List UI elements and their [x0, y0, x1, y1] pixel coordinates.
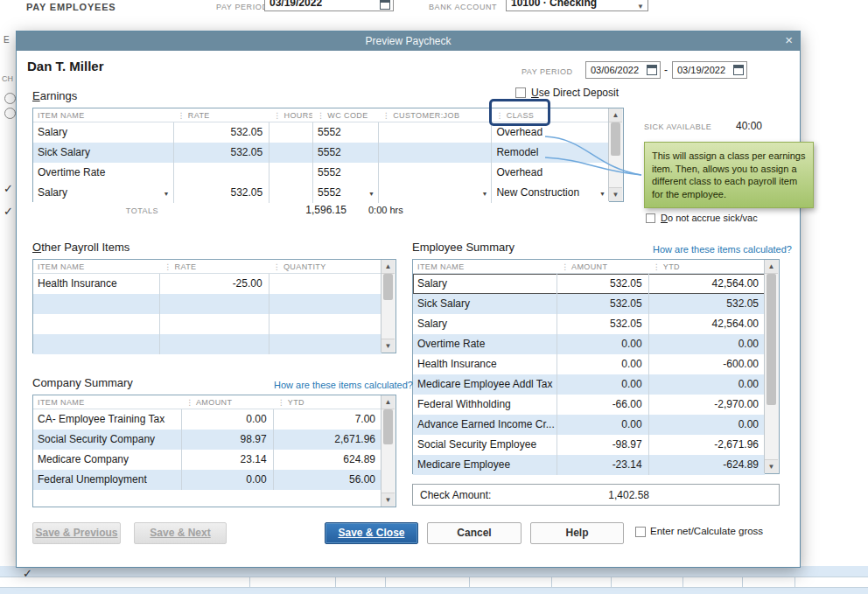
bg-bank-account-select[interactable]: 10100 · Checking ▼ [506, 0, 648, 11]
company-summary-row[interactable]: CA- Employee Training Tax 0.00 7.00 [33, 409, 382, 430]
item-cell[interactable]: Sick Salary [413, 294, 556, 314]
employee-summary-row[interactable]: Health Insurance 0.00 -600.00 [413, 354, 765, 374]
earnings-row[interactable]: Overtime Rate 5552 Overhead [33, 163, 609, 183]
bg-pay-period-ends-field[interactable]: 03/19/2022 [264, 0, 394, 11]
item-cell[interactable]: Salary [413, 274, 556, 294]
pay-period-start-field[interactable]: 03/06/2022 [585, 61, 661, 79]
item-cell[interactable]: CA- Employee Training Tax [33, 409, 181, 430]
rate-cell[interactable] [159, 334, 268, 354]
company-summary-row[interactable]: Social Security Company 98.97 2,671.96 [33, 430, 382, 450]
chevron-down-icon[interactable]: ▼ [368, 184, 374, 203]
employee-summary-calc-link[interactable]: How are these items calculated? [653, 244, 792, 255]
rate-cell[interactable]: 532.05 [173, 183, 270, 203]
pay-period-end-field[interactable]: 03/19/2022 [672, 61, 747, 79]
amount-cell[interactable]: 0.00 [181, 470, 273, 490]
job-cell[interactable]: ▼ [378, 183, 492, 203]
company-summary-row[interactable]: Federal Unemployment 0.00 56.00 [33, 470, 382, 490]
amount-cell[interactable]: -66.00 [556, 395, 648, 415]
hours-cell[interactable] [269, 143, 312, 163]
item-cell[interactable]: Health Insurance [33, 274, 159, 294]
item-cell[interactable]: Social Security Company [33, 430, 181, 450]
scroll-down-icon[interactable]: ▼ [382, 493, 395, 507]
item-cell[interactable]: Salary [33, 122, 173, 143]
item-cell[interactable] [33, 294, 159, 314]
other-payroll-scrollbar[interactable]: ▲ ▼ [381, 260, 396, 353]
other-payroll-row[interactable] [33, 294, 382, 314]
scroll-down-icon[interactable]: ▼ [382, 339, 395, 353]
scroll-up-icon[interactable]: ▲ [765, 260, 778, 274]
wc-cell[interactable]: 5552 [312, 143, 378, 163]
hours-cell[interactable] [269, 122, 312, 143]
employee-summary-row[interactable]: Salary 532.05 42,564.00 [413, 314, 765, 334]
employee-summary-row[interactable]: Overtime Rate 0.00 0.00 [413, 334, 765, 354]
item-cell[interactable]: Medicare Employee Addl Tax [413, 374, 556, 395]
other-payroll-row[interactable] [33, 314, 382, 334]
item-cell[interactable]: Sick Salary [33, 143, 173, 163]
save-close-button[interactable]: Save & Close [325, 522, 418, 544]
item-cell[interactable]: Health Insurance [413, 354, 556, 374]
item-cell[interactable]: Social Security Employee [413, 435, 556, 455]
item-cell[interactable] [33, 334, 159, 354]
bg-radio-button[interactable] [4, 93, 16, 104]
company-summary-scrollbar[interactable]: ▲ ▼ [381, 395, 396, 507]
job-cell[interactable] [378, 143, 492, 163]
wc-cell[interactable]: 5552 [312, 163, 378, 183]
quantity-cell[interactable] [269, 294, 382, 314]
amount-cell[interactable]: -23.14 [556, 455, 648, 475]
job-cell[interactable] [378, 163, 492, 183]
amount-cell[interactable]: 532.05 [556, 294, 648, 314]
quantity-cell[interactable] [269, 334, 382, 354]
job-cell[interactable] [378, 122, 492, 143]
enter-net-checkbox[interactable] [635, 527, 646, 537]
ytd-cell[interactable]: 532.05 [648, 294, 765, 314]
item-cell[interactable]: Federal Withholding [413, 395, 556, 415]
employee-summary-row[interactable]: Advance Earned Income Cr... 0.00 0.00 [413, 415, 765, 435]
save-next-button[interactable]: Save & Next [134, 522, 227, 544]
amount-cell[interactable]: 0.00 [556, 374, 648, 395]
help-button[interactable]: Help [530, 522, 624, 544]
rate-cell[interactable]: 532.05 [173, 122, 270, 143]
item-cell[interactable]: Salary [413, 314, 556, 334]
do-not-accrue-checkbox[interactable] [646, 213, 655, 223]
ytd-cell[interactable]: 2,671.96 [273, 430, 382, 450]
wc-cell[interactable]: 5552 ▼ [312, 183, 378, 203]
ytd-cell[interactable]: 56.00 [273, 470, 382, 490]
calendar-icon[interactable] [380, 0, 390, 10]
rate-cell[interactable] [159, 314, 268, 334]
hours-cell[interactable] [269, 163, 312, 183]
ytd-cell[interactable]: -624.89 [648, 455, 765, 475]
amount-cell[interactable]: 98.97 [181, 430, 273, 450]
hours-cell[interactable] [269, 183, 312, 203]
rate-cell[interactable]: 532.05 [173, 143, 270, 163]
scrollbar-thumb[interactable] [766, 274, 776, 405]
rate-cell[interactable]: -25.00 [159, 274, 268, 294]
earnings-row-selected[interactable]: Salary ▼ 532.05 5552 ▼ ▼ New Constructio… [33, 183, 609, 203]
amount-cell[interactable]: 532.05 [556, 274, 648, 294]
scrollbar-thumb[interactable] [383, 409, 393, 444]
dialog-titlebar[interactable]: Preview Paycheck × [17, 31, 800, 51]
item-cell[interactable]: Federal Unemployment [33, 470, 181, 490]
ytd-cell[interactable]: 624.89 [273, 450, 382, 470]
bg-radio-button[interactable] [4, 108, 16, 119]
ytd-cell[interactable]: -2,970.00 [648, 395, 765, 415]
employee-summary-row[interactable]: Federal Withholding -66.00 -2,970.00 [413, 395, 765, 415]
ytd-cell[interactable]: 0.00 [648, 374, 765, 395]
item-cell[interactable]: Overtime Rate [33, 163, 173, 183]
ytd-cell[interactable]: -2,671.96 [648, 435, 765, 455]
cancel-button[interactable]: Cancel [427, 522, 522, 544]
rate-cell[interactable] [173, 163, 270, 183]
chevron-down-icon[interactable]: ▼ [164, 184, 170, 203]
scroll-up-icon[interactable]: ▲ [382, 395, 395, 409]
employee-summary-scrollbar[interactable]: ▲ ▼ [764, 260, 779, 473]
wc-cell[interactable]: 5552 [312, 122, 378, 143]
item-cell[interactable]: Overtime Rate [413, 334, 556, 354]
save-previous-button[interactable]: Save & Previous [32, 522, 121, 544]
amount-cell[interactable]: 0.00 [556, 354, 648, 374]
item-cell[interactable]: Medicare Employee [413, 455, 556, 475]
item-cell[interactable]: Salary ▼ [33, 183, 173, 203]
amount-cell[interactable]: 532.05 [556, 314, 648, 334]
scroll-down-icon[interactable]: ▼ [765, 459, 778, 473]
item-cell[interactable]: Advance Earned Income Cr... [413, 415, 556, 435]
employee-summary-row[interactable]: Medicare Employee -23.14 -624.89 [413, 455, 765, 475]
company-summary-calc-link[interactable]: How are these items calculated? [274, 380, 413, 390]
